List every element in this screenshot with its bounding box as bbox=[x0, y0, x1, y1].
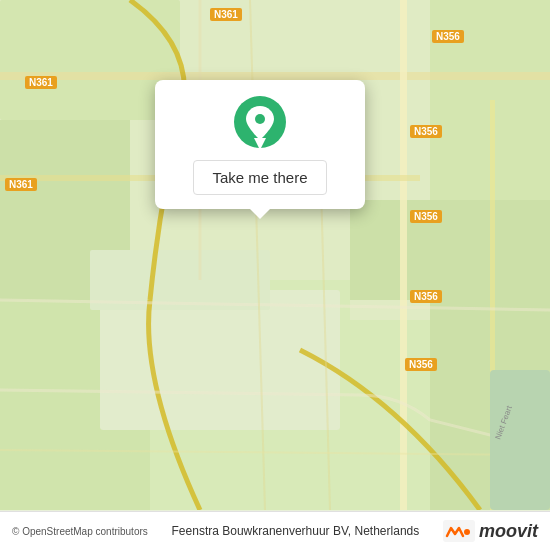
road-label-n361-left: N361 bbox=[25, 76, 57, 89]
moovit-logo-icon bbox=[443, 520, 475, 542]
moovit-logo: moovit bbox=[443, 520, 538, 542]
location-name: Feenstra Bouwkranenverhuur BV, Netherlan… bbox=[148, 524, 443, 538]
bottom-bar: © OpenStreetMap contributors Feenstra Bo… bbox=[0, 511, 550, 550]
road-label-n361-left2: N361 bbox=[5, 178, 37, 191]
road-label-n356-2: N356 bbox=[410, 210, 442, 223]
map-svg: Niet Feart bbox=[0, 0, 550, 510]
svg-point-21 bbox=[464, 529, 470, 535]
road-label-n356-1: N356 bbox=[410, 125, 442, 138]
road-label-n356-3: N356 bbox=[410, 290, 442, 303]
svg-rect-12 bbox=[400, 0, 407, 510]
svg-rect-20 bbox=[443, 520, 475, 542]
road-label-n356-top: N356 bbox=[432, 30, 464, 43]
svg-rect-9 bbox=[100, 290, 340, 430]
svg-point-18 bbox=[255, 114, 265, 124]
popup-card: Take me there bbox=[155, 80, 365, 209]
svg-rect-11 bbox=[0, 72, 550, 80]
map-container: Niet Feart N361 N356 N361 N356 N356 N356… bbox=[0, 0, 550, 550]
attribution: © OpenStreetMap contributors bbox=[12, 526, 148, 537]
moovit-text: moovit bbox=[479, 521, 538, 542]
road-label-n361-top: N361 bbox=[210, 8, 242, 21]
take-me-there-button[interactable]: Take me there bbox=[193, 160, 326, 195]
location-pin-icon bbox=[232, 96, 288, 152]
road-label-n356-4: N356 bbox=[405, 358, 437, 371]
svg-rect-8 bbox=[340, 320, 430, 510]
